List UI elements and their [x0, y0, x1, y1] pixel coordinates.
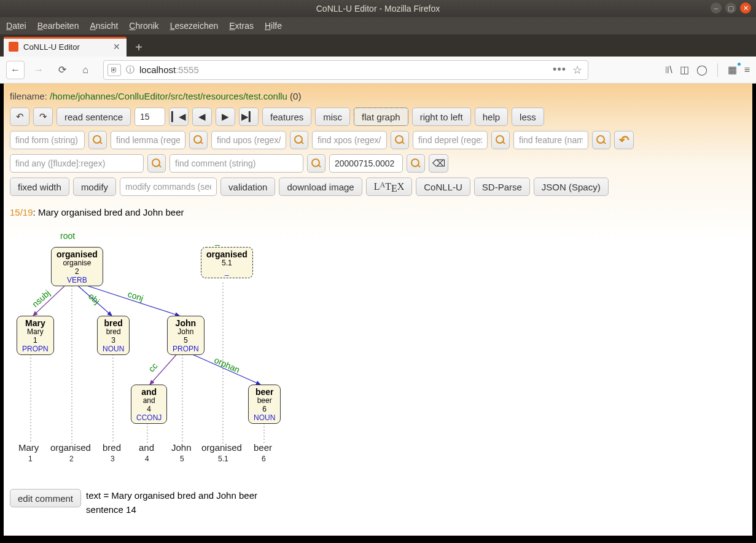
find-deprel-input[interactable]	[413, 131, 488, 149]
reload-button[interactable]: ⟳	[53, 61, 71, 79]
menu-hilfe[interactable]: Hilfe	[265, 21, 282, 31]
find-deprel-search-button[interactable]	[491, 131, 510, 149]
home-button[interactable]: ⌂	[76, 61, 95, 79]
close-icon[interactable]: ✕	[740, 2, 751, 14]
find-xpos-input[interactable]	[312, 131, 387, 149]
last-button[interactable]: ▶▎	[239, 107, 259, 126]
titlebar: CoNLL-U Editor - Mozilla Firefox – ▢ ✕	[0, 0, 756, 17]
search-icon	[152, 158, 162, 168]
find-lemma-search-button[interactable]	[189, 131, 208, 149]
sentence-number-input[interactable]	[134, 107, 165, 126]
find-form-input[interactable]	[10, 131, 85, 149]
search-icon	[311, 158, 321, 168]
right-to-left-button[interactable]: right to left	[412, 107, 471, 126]
token-4: and	[139, 442, 154, 453]
rel-root: root	[60, 231, 75, 241]
find-comment-input[interactable]	[170, 154, 303, 173]
features-button[interactable]: features	[262, 107, 311, 126]
edit-comment-button[interactable]: edit comment	[10, 489, 81, 507]
node-5-1-organised[interactable]: organised 5.1 _	[201, 247, 253, 278]
sdparse-button[interactable]: SD-Parse	[474, 178, 530, 196]
find-any-input[interactable]	[10, 154, 144, 173]
url-bar[interactable]: ⛨ ⓘ localhost:5555 ••• ☆	[103, 60, 588, 80]
json-spacy-button[interactable]: JSON (Spacy)	[534, 178, 609, 196]
first-button[interactable]: ▎◀	[169, 107, 189, 126]
tab-title: CoNLL-U Editor	[23, 42, 108, 52]
help-button[interactable]: help	[475, 107, 508, 126]
tab-close-icon[interactable]: ✕	[113, 42, 120, 52]
node-6-beer[interactable]: beer beer 6 NOUN	[248, 385, 281, 424]
find-comment-search-button[interactable]	[307, 154, 325, 173]
download-image-button[interactable]: download image	[279, 178, 362, 196]
conllu-button[interactable]: CoNLL-U	[416, 178, 470, 196]
bookmark-star-icon[interactable]: ☆	[572, 63, 583, 77]
tab-conllu-editor[interactable]: CoNLL-U Editor ✕	[4, 37, 127, 57]
find-any-search-button[interactable]	[147, 154, 166, 173]
menu-ansicht[interactable]: Ansicht	[90, 21, 118, 31]
app-body: filename: /home/johannes/ConlluEditor/sr…	[4, 84, 752, 536]
shield-icon[interactable]: ⛨	[107, 64, 121, 76]
account-icon[interactable]: ◯	[696, 64, 707, 76]
dependency-tree[interactable]: root _ nsubj obj conj cc orphan organise…	[10, 222, 746, 486]
tab-bar: CoNLL-U Editor ✕ +	[0, 34, 756, 57]
rel-mwe: _	[215, 236, 220, 246]
find-feature-input[interactable]	[513, 131, 588, 149]
search-icon	[596, 135, 606, 145]
info-icon[interactable]: ⓘ	[126, 64, 134, 76]
redo-button[interactable]: ↷	[33, 107, 53, 126]
search-icon	[411, 158, 421, 168]
menu-bearbeiten[interactable]: Bearbeiten	[37, 21, 79, 31]
find-lemma-input[interactable]	[111, 131, 185, 149]
menu-icon[interactable]: ≡	[744, 64, 750, 76]
prev-button[interactable]: ◀	[192, 107, 212, 126]
tab-favicon-icon	[9, 42, 18, 52]
menu-datei[interactable]: Datei	[6, 21, 26, 31]
less-button[interactable]: less	[512, 107, 544, 126]
search-icon	[193, 135, 203, 145]
back-button[interactable]: ←	[6, 61, 25, 79]
url-text: localhost:5555	[139, 64, 199, 75]
node-3-bred[interactable]: bred bred 3 NOUN	[97, 316, 130, 355]
token-5: John	[171, 442, 192, 453]
extensions-icon[interactable]: ▦	[728, 64, 737, 76]
menu-extras[interactable]: Extras	[229, 21, 254, 31]
node-2-organised[interactable]: organised organise 2 VERB	[51, 247, 103, 286]
find-upos-search-button[interactable]	[290, 131, 308, 149]
token-6: beer	[254, 442, 272, 453]
node-5-john[interactable]: John John 5 PROPN	[167, 316, 205, 355]
find-form-search-button[interactable]	[88, 131, 107, 149]
url-more-icon[interactable]: •••	[553, 63, 566, 76]
forward-button[interactable]: →	[29, 61, 48, 79]
revert-button[interactable]: ↶	[614, 131, 634, 149]
node-1-mary[interactable]: Mary Mary 1 PROPN	[17, 316, 54, 355]
flat-graph-button[interactable]: flat graph	[354, 107, 408, 126]
minimize-icon[interactable]: –	[711, 2, 722, 14]
token-5-1: organised	[201, 442, 242, 453]
new-tab-button[interactable]: +	[129, 38, 149, 57]
fixed-width-button[interactable]: fixed width	[10, 178, 69, 196]
modify-commands-input[interactable]	[120, 178, 217, 196]
token-2: organised	[50, 442, 91, 453]
next-button[interactable]: ▶	[216, 107, 235, 126]
find-xpos-search-button[interactable]	[391, 131, 409, 149]
menu-lesezeichen[interactable]: Lesezeichen	[170, 21, 219, 31]
sentence-id-input[interactable]	[329, 154, 403, 173]
nav-toolbar: ← → ⟳ ⌂ ⛨ ⓘ localhost:5555 ••• ☆ ⫴\ ◫ ◯ …	[0, 57, 756, 84]
find-upos-input[interactable]	[211, 131, 286, 149]
clear-button[interactable]: ⌫	[429, 154, 448, 173]
menu-chronik[interactable]: Chronik	[129, 21, 158, 31]
maximize-icon[interactable]: ▢	[725, 2, 736, 14]
latex-button[interactable]: LATEX	[366, 178, 413, 196]
modify-button[interactable]: modify	[73, 178, 116, 196]
find-feature-search-button[interactable]	[592, 131, 610, 149]
read-sentence-button[interactable]: read sentence	[57, 107, 131, 126]
node-4-and[interactable]: and and 4 CCONJ	[131, 385, 167, 424]
validation-button[interactable]: validation	[220, 178, 275, 196]
window-title: CoNLL-U Editor - Mozilla Firefox	[316, 4, 440, 14]
misc-button[interactable]: misc	[315, 107, 350, 126]
sidebar-icon[interactable]: ◫	[680, 64, 689, 76]
sentence-id-search-button[interactable]	[407, 154, 425, 173]
search-icon	[496, 135, 505, 145]
undo-button[interactable]: ↶	[10, 107, 29, 126]
library-icon[interactable]: ⫴\	[665, 64, 672, 76]
